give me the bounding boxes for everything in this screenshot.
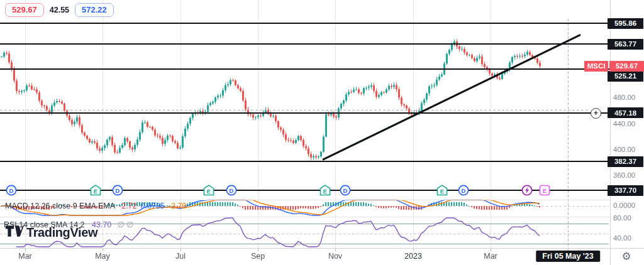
dividend-marker[interactable]: D (6, 185, 18, 197)
earnings-marker[interactable]: E (203, 185, 215, 197)
svg-text:E: E (94, 188, 97, 195)
svg-text:E: E (440, 188, 444, 195)
last-price-box[interactable]: 529.67 (5, 3, 44, 17)
svg-text:E: E (323, 188, 327, 195)
price-scale-label: 480.00 (613, 94, 643, 102)
svg-text:D: D (9, 187, 14, 194)
svg-text:D: D (230, 187, 234, 194)
trading-chart-window: 529.67 42.55 572.22 MACD 12 26 close 9 E… (0, 0, 644, 265)
macd-value: -2.72 (119, 202, 137, 210)
macd-title: MACD 12 26 close 9 EMA EMA (5, 202, 115, 210)
svg-text:D: D (462, 187, 466, 194)
macd-value: -2.79 (169, 202, 187, 210)
current-price-badge: MSCI 529.67 (584, 61, 644, 72)
time-axis-label: 2023 (404, 252, 422, 261)
change-value: 42.55 (50, 6, 69, 14)
price-legend: 529.67 42.55 572.22 (5, 3, 114, 17)
macd-value: 0.0735 (141, 202, 165, 210)
dividend-marker[interactable]: D (112, 185, 124, 197)
rsi-legend[interactable]: RSI 14 close SMA 14 2 43.70 ∅ ∅ (4, 220, 133, 229)
indicator-scale-label: 40.00 (613, 234, 643, 243)
time-axis-label: Mar (18, 252, 32, 261)
svg-text:E: E (543, 187, 547, 194)
add-alert-icon[interactable]: + (591, 108, 601, 119)
time-axis-label: Jul (175, 252, 186, 261)
time-axis-label: Nov (328, 252, 342, 261)
rsi-value: 43.70 (92, 220, 111, 229)
indicator-scale-label: 80.00 (613, 214, 643, 223)
macd-legend[interactable]: MACD 12 26 close 9 EMA EMA-2.720.0735-2.… (5, 202, 186, 210)
earnings-marker[interactable]: E (319, 185, 331, 197)
pane-separator-rsi[interactable] (0, 217, 610, 217)
indicator-scale-label: 0.0000 (613, 202, 643, 210)
target-price-box[interactable]: 572.22 (75, 3, 114, 17)
dividend-marker[interactable]: D (340, 185, 352, 197)
alert-marker[interactable] (521, 185, 533, 197)
rsi-title: RSI 14 close SMA 14 2 (4, 220, 85, 229)
dividend-marker[interactable]: D (458, 185, 470, 197)
price-scale-label: 400.00 (613, 146, 643, 154)
current-price-value: 529.67 (609, 61, 644, 72)
settings-gear-icon[interactable]: ⚙ (619, 249, 634, 263)
time-axis-label: Mar (484, 252, 497, 261)
price-level-badge: 595.86 (608, 18, 643, 29)
dividend-marker[interactable]: D (226, 185, 238, 197)
symbol-tag: MSCI (584, 61, 608, 72)
price-level-badge: 525.21 (608, 71, 643, 82)
pane-separator-macd[interactable] (0, 200, 610, 200)
date-badge: Fri 05 May '23 (536, 251, 600, 262)
earnings-upcoming-marker[interactable]: E (539, 185, 551, 197)
svg-text:D: D (116, 187, 120, 194)
macd-values: -2.720.0735-2.79 (115, 202, 186, 210)
price-level-badge: 457.18 (608, 107, 643, 118)
price-level-badge: 337.70 (608, 185, 643, 196)
rsi-empty-values: ∅ ∅ (118, 220, 133, 229)
price-scale-label: 440.00 (613, 120, 643, 129)
time-axis-label: May (95, 252, 110, 261)
time-axis-border[interactable] (0, 248, 644, 249)
price-level-badge: 382.37 (608, 156, 643, 167)
svg-text:D: D (343, 187, 348, 194)
price-scale-label: 360.00 (613, 171, 643, 180)
earnings-marker[interactable]: E (436, 185, 448, 197)
earnings-marker[interactable]: E (90, 185, 102, 197)
time-axis-label: Sep (251, 252, 265, 261)
svg-text:E: E (207, 188, 211, 195)
price-level-badge: 563.77 (608, 39, 643, 50)
